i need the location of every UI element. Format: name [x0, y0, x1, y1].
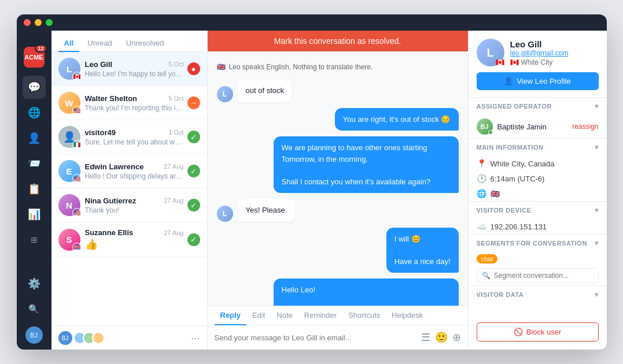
message-row: I will 😊 Have a nice day! [217, 228, 459, 273]
sidebar-item-reports[interactable]: 📊 [23, 203, 46, 226]
search-icon: 🔍 [482, 272, 491, 280]
view-profile-button[interactable]: 👤 View Leo Profile [477, 72, 599, 90]
section-label: MAIN INFORMATION [477, 144, 544, 151]
avatar: L [217, 206, 233, 222]
time-text: 6:14am (UTC-6) [491, 174, 545, 183]
block-icon: 🚫 [514, 328, 523, 336]
section-assigned-operator: ASSIGNED OPERATOR ▾ [469, 97, 607, 115]
list-item[interactable]: E 🇺🇸 Edwin Lawrence 27 Aug Hello ! Our s… [51, 154, 207, 188]
reassign-link[interactable]: reassign [572, 122, 598, 131]
block-user-button[interactable]: 🚫 Block user [477, 322, 599, 341]
conv-preview: 👍 [85, 238, 184, 251]
minimize-button[interactable] [35, 19, 42, 26]
avatar: W 🇺🇸 [58, 92, 80, 114]
message-row: Hello Leo!I'm happy to tell you that Acm… [217, 278, 459, 306]
lang-notice-text: Leo speaks English. Nothing to translate… [229, 63, 373, 71]
logo-text: ACME [24, 54, 43, 61]
sidebar-item-contacts[interactable]: 👤 [23, 127, 46, 150]
location-icon: 📍 [477, 159, 486, 168]
segment-input[interactable] [494, 272, 593, 280]
conv-name: Edwin Lawrence [85, 162, 144, 171]
operator-avatar: BJ [477, 118, 493, 135]
avatar: S 🇬🇧 [58, 229, 80, 251]
flags-row: 🌐 🇬🇧 [469, 186, 607, 201]
app-logo: ACME 12 [24, 47, 45, 68]
sidebar-item-conversations[interactable]: 💬 [23, 76, 46, 99]
sidebar-item-globe[interactable]: 🌐 [23, 101, 46, 124]
chevron-down-icon[interactable]: ▾ [595, 291, 599, 299]
conv-date: 27 Aug [164, 197, 183, 204]
flag-icon: 🇺🇸 [72, 106, 82, 115]
tab-reply[interactable]: Reply [215, 306, 246, 325]
list-item[interactable]: 👤 🇮🇹 visitor49 1 Oct Sure, Let me tell y… [51, 120, 207, 154]
clock-icon: 🕐 [477, 174, 486, 183]
time-row: 🕐 6:14am (UTC-6) [469, 171, 607, 186]
person-icon: 👤 [504, 77, 513, 86]
more-icon[interactable]: ··· [191, 332, 200, 344]
emoji-icon[interactable]: 🙂 [435, 331, 448, 344]
avatar: L [217, 86, 233, 102]
segment-input-row: 🔍 [477, 268, 599, 283]
tab-note[interactable]: Note [271, 306, 298, 325]
chevron-down-icon[interactable]: ▾ [595, 239, 599, 247]
message-bubble: You are right, it's out of stock 😔 [335, 108, 459, 131]
sidebar-item-search[interactable]: 🔍 [23, 298, 46, 321]
list-item[interactable]: W 🇺🇸 Walter Shelton 5 Oct Thank you! I'm… [51, 86, 207, 120]
tab-shortcuts[interactable]: Shortcuts [342, 306, 386, 325]
tab-edit[interactable]: Edit [246, 306, 271, 325]
tab-reminder[interactable]: Reminder [298, 306, 342, 325]
conv-status: ✓ [187, 165, 200, 177]
chevron-down-icon[interactable]: ▾ [595, 102, 599, 110]
close-button[interactable] [24, 19, 31, 26]
ip-text: 192.206.151.131 [491, 222, 547, 231]
tab-all[interactable]: All [58, 35, 80, 52]
chevron-down-icon[interactable]: ▾ [595, 143, 599, 151]
section-label: ASSIGNED OPERATOR [477, 103, 552, 110]
profile-city: 🇨🇦 White City [510, 58, 599, 66]
sidebar-item-grid[interactable]: ⊞ [23, 228, 46, 251]
conversation-items: L 🇨🇦 Leo Gill 5 Oct Hello Leo! I'm happy… [51, 52, 207, 326]
chevron-down-icon[interactable]: ▾ [595, 206, 599, 214]
tab-unread[interactable]: Unread [82, 35, 118, 52]
section-segments: SEGMENTS FOR CONVERSATION ▾ [469, 234, 607, 252]
flag-icon: 🇬🇧 [491, 190, 500, 198]
conv-status: ✓ [187, 131, 200, 143]
user-avatar[interactable]: BJ [25, 326, 43, 344]
sidebar-item-settings[interactable]: ⚙️ [23, 272, 46, 295]
format-icon[interactable]: ☰ [421, 331, 430, 344]
section-label: VISITOR DATA [477, 291, 524, 298]
sidebar-nav: ACME 12 💬 🌐 👤 📨 📋 📊 ⊞ ⚙️ 🔍 BJ [17, 14, 51, 350]
sidebar-item-send[interactable]: 📨 [23, 152, 46, 175]
attach-icon[interactable]: ⊕ [452, 331, 461, 344]
tab-helpdesk[interactable]: Helpdesk [386, 306, 429, 325]
tab-unresolved[interactable]: Unresolved [120, 35, 170, 52]
user-mini-avatar: BJ [58, 331, 72, 345]
profile-info: Leo Gill leo.gill@gmail.com 🇨🇦 White Cit… [510, 39, 599, 66]
profile-name: Leo Gill [510, 39, 599, 49]
conv-name: Walter Shelton [85, 94, 138, 103]
sidebar-item-notes[interactable]: 📋 [23, 177, 46, 200]
globe-icon: 🌐 [477, 189, 486, 198]
message-row: We are planning to have other ones start… [217, 136, 459, 193]
resolve-bar[interactable]: Mark this conversation as resolved. [208, 31, 468, 51]
operator-row: BJ Baptiste Jamin reassign [469, 115, 607, 138]
conv-info: Nina Gutierrez 27 Aug Thank you! [85, 196, 184, 214]
message-bubble: We are planning to have other ones start… [274, 136, 459, 193]
conv-status: ✓ [187, 233, 200, 246]
conv-name: Leo Gill [85, 60, 113, 69]
conv-tabs: All Unread Unresolved [51, 31, 207, 52]
flag-icon: 🇨🇦 [72, 72, 82, 81]
section-main-info: MAIN INFORMATION ▾ [469, 138, 607, 156]
conv-date: 5 Oct [168, 61, 183, 68]
conv-bottom-bar: BJ ▾ ··· [51, 326, 207, 350]
list-item[interactable]: S 🇬🇧 Suzanne Ellis 27 Aug 👍 ✓ [51, 222, 207, 257]
conv-info: Edwin Lawrence 27 Aug Hello ! Our shippi… [85, 162, 184, 180]
section-visitor-device: VISITOR DEVICE ▾ [469, 201, 607, 219]
profile-email: leo.gill@gmail.com [510, 49, 599, 57]
conversation-list: All Unread Unresolved L 🇨🇦 Leo Gill 5 Oc… [51, 14, 208, 350]
list-item[interactable]: N 🇺🇸 Nina Gutierrez 27 Aug Thank you! ✓ [51, 188, 207, 222]
list-item[interactable]: L 🇨🇦 Leo Gill 5 Oct Hello Leo! I'm happy… [51, 52, 207, 86]
maximize-button[interactable] [46, 19, 53, 26]
message-row: L out of stock [217, 79, 459, 102]
reply-input[interactable] [215, 333, 416, 342]
